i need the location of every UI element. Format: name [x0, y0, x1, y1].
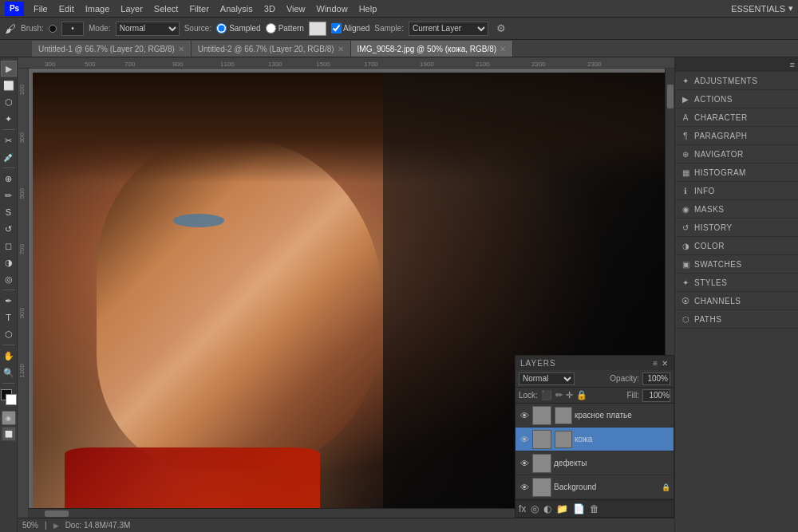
tool-shape[interactable]: ⬡ — [1, 326, 17, 342]
opacity-input[interactable] — [642, 372, 670, 385]
source-pattern-radio[interactable]: Pattern — [266, 23, 304, 33]
panel-collapse-icon[interactable]: ≡ — [790, 60, 795, 69]
tab-untitled2[interactable]: Untitled-2 @ 66.7% (Layer 20, RGB/8) ✕ — [192, 41, 351, 57]
panel-histogram[interactable]: ▦ HISTOGRAM — [675, 164, 798, 182]
panel-adjustments[interactable]: ✦ ADJUSTMENTS — [675, 72, 798, 90]
tab-close-untitled2[interactable]: ✕ — [338, 45, 344, 53]
new-fill-layer-icon[interactable]: ◐ — [543, 503, 551, 514]
layer-row-defects[interactable]: 👁 дефекты — [516, 451, 674, 475]
tool-history-brush[interactable]: ↺ — [1, 221, 17, 237]
tool-gradient[interactable]: ◑ — [1, 254, 17, 270]
source-sampled-radio[interactable]: Sampled — [216, 23, 260, 33]
panel-navigator[interactable]: ⊕ NAVIGATOR — [675, 145, 798, 164]
panel-color[interactable]: ◑ COLOR — [675, 237, 798, 255]
tool-eyedropper[interactable]: 💉 — [1, 149, 17, 165]
tool-move[interactable]: ▶ — [1, 61, 17, 77]
tool-type[interactable]: T — [1, 309, 17, 325]
menu-window[interactable]: Window — [312, 2, 353, 15]
panel-channels[interactable]: ⦿ CHANNELS — [675, 292, 798, 310]
tool-pen[interactable]: ✒ — [1, 293, 17, 309]
sample-select[interactable]: Current LayerAll Layers — [409, 22, 488, 36]
layer-visibility-defects[interactable]: 👁 — [519, 459, 530, 468]
zoom-level: 50% — [22, 521, 38, 530]
tab-img9058[interactable]: IMG_9058-2.jpg @ 50% (кожа, RGB/8) ✕ — [351, 41, 514, 57]
fill-input[interactable] — [642, 389, 670, 402]
panel-swatches[interactable]: ▣ SWATCHES — [675, 255, 798, 274]
new-group-icon[interactable]: 📁 — [556, 503, 568, 514]
tool-lasso[interactable]: ⬡ — [1, 94, 17, 110]
blend-mode-select[interactable]: NormalMultiplyScreen — [116, 22, 180, 36]
layer-visibility-skin[interactable]: 👁 — [519, 435, 530, 444]
layers-blend-mode[interactable]: NormalMultiplyScreenOverlay — [519, 372, 575, 385]
layer-row-red-dress[interactable]: 👁 красное платье — [516, 404, 674, 428]
tool-eraser[interactable]: ◻ — [1, 238, 17, 254]
pattern-swatch[interactable] — [309, 22, 326, 36]
menu-filter[interactable]: Filter — [184, 2, 213, 15]
styles-icon: ✦ — [680, 277, 691, 288]
panel-history[interactable]: ↺ HISTORY — [675, 219, 798, 237]
menu-file[interactable]: File — [29, 2, 53, 15]
tool-dodge[interactable]: ◎ — [1, 271, 17, 287]
lock-all-icon[interactable]: 🔒 — [576, 390, 587, 400]
tool-heal[interactable]: ⊕ — [1, 171, 17, 187]
brush-size-preview[interactable] — [49, 25, 57, 33]
tab-close-img9058[interactable]: ✕ — [500, 45, 506, 53]
fg-bg-colors[interactable] — [1, 389, 17, 405]
tool-marquee[interactable]: ⬜ — [1, 77, 17, 93]
panel-styles[interactable]: ✦ STYLES — [675, 274, 798, 292]
aligned-checkbox[interactable]: Aligned — [331, 23, 369, 33]
layer-visibility-bg[interactable]: 👁 — [519, 483, 530, 492]
menu-image[interactable]: Image — [81, 2, 115, 15]
delete-layer-icon[interactable]: 🗑 — [590, 503, 599, 514]
menu-help[interactable]: Help — [354, 2, 382, 15]
styles-label: STYLES — [694, 278, 727, 287]
status-doc-icon[interactable]: ▶ — [53, 522, 59, 530]
background-color[interactable] — [6, 394, 17, 405]
tool-crop[interactable]: ✂ — [1, 132, 17, 148]
panel-paths[interactable]: ⬡ PATHS — [675, 310, 798, 329]
tool-brush[interactable]: ✏ — [1, 187, 17, 203]
v-scrollbar-thumb[interactable] — [667, 85, 674, 108]
workspace-dropdown-icon: ▾ — [788, 3, 793, 14]
source-label: Source: — [184, 24, 211, 33]
tab-close-untitled1[interactable]: ✕ — [178, 45, 184, 53]
panel-paragraph[interactable]: ¶ PARAGRAPH — [675, 127, 798, 145]
menu-edit[interactable]: Edit — [54, 2, 79, 15]
brush-size-input[interactable] — [61, 22, 84, 36]
panel-character[interactable]: A CHARACTER — [675, 108, 798, 127]
layers-list: 👁 красное платье 👁 кожа 👁 дефекты 👁 Back… — [516, 404, 674, 499]
menu-layer[interactable]: Layer — [116, 2, 148, 15]
opacity-label: Opacity: — [610, 374, 639, 383]
layer-visibility-red[interactable]: 👁 — [519, 411, 530, 420]
layers-panel: LAYERS ≡ ✕ NormalMultiplyScreenOverlay O… — [515, 355, 674, 518]
screen-mode-icon[interactable]: ⬜ — [2, 427, 16, 441]
tool-quick-select[interactable]: ✦ — [1, 111, 17, 127]
h-scrollbar-thumb[interactable] — [45, 510, 69, 517]
sample-options-icon[interactable]: ⚙ — [496, 22, 506, 34]
add-style-icon[interactable]: fx — [519, 503, 526, 514]
tab-untitled1[interactable]: Untitled-1 @ 66.7% (Layer 20, RGB/8) ✕ — [32, 41, 192, 57]
quick-mask-icon[interactable]: ◉ — [2, 411, 16, 425]
panel-info[interactable]: ℹ INFO — [675, 182, 798, 200]
lock-pixels-icon[interactable]: ⬛ — [541, 390, 552, 400]
layer-row-background[interactable]: 👁 Background 🔒 — [516, 475, 674, 499]
tool-zoom[interactable]: 🔍 — [1, 365, 17, 380]
menu-select[interactable]: Select — [149, 2, 184, 15]
layers-options-icon[interactable]: ≡ — [653, 359, 658, 368]
essentials-workspace[interactable]: ESSENTIALS ▾ — [731, 3, 793, 14]
layer-row-skin[interactable]: 👁 кожа — [516, 428, 674, 451]
layers-lock-bar: Lock: ⬛ ✏ ✛ 🔒 Fill: — [516, 388, 674, 404]
new-layer-icon[interactable]: 📄 — [573, 503, 585, 514]
layers-close-icon[interactable]: ✕ — [662, 359, 669, 368]
menu-view[interactable]: View — [282, 2, 310, 15]
menu-analysis[interactable]: Analysis — [215, 2, 258, 15]
tool-hand[interactable]: ✋ — [1, 348, 17, 364]
panel-masks[interactable]: ◉ MASKS — [675, 200, 798, 219]
tool-clone[interactable]: S — [1, 204, 17, 220]
lock-image-icon[interactable]: ✏ — [555, 390, 563, 400]
panel-actions[interactable]: ▶ ACTIONS — [675, 90, 798, 108]
status-separator: | — [45, 521, 47, 530]
menu-3d[interactable]: 3D — [259, 2, 280, 15]
add-mask-icon[interactable]: ◎ — [531, 503, 539, 514]
lock-position-icon[interactable]: ✛ — [566, 390, 573, 400]
